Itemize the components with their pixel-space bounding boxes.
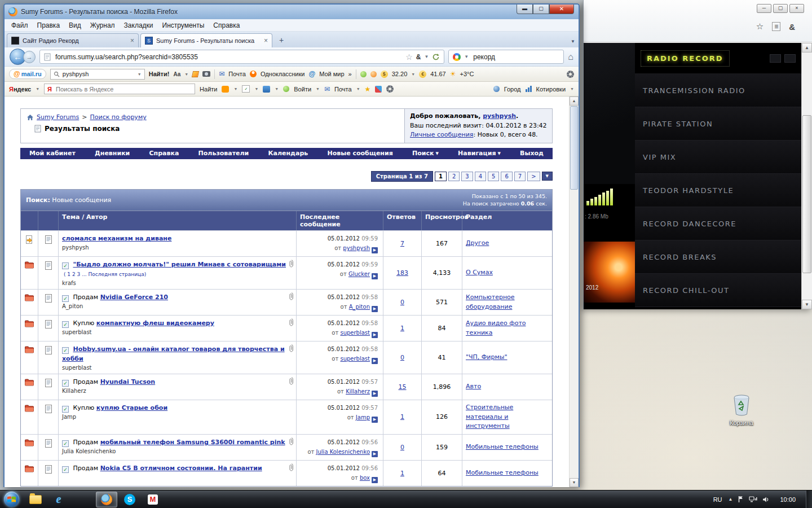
thread-pages-links[interactable]: ( 1 2 3 ... Последняя страница) bbox=[64, 271, 146, 277]
odnoklassniki-icon[interactable] bbox=[250, 71, 257, 77]
maximize-button[interactable]: ▢ bbox=[773, 4, 788, 13]
more-chevron[interactable]: » bbox=[348, 71, 352, 77]
settings-gear-icon[interactable] bbox=[386, 85, 394, 93]
quotes-link[interactable]: Котировки bbox=[536, 86, 566, 93]
close-button[interactable]: ✕ bbox=[549, 5, 574, 14]
settings-gear-icon[interactable] bbox=[567, 71, 574, 78]
odnoklassniki-link[interactable]: Одноклассники bbox=[261, 71, 305, 77]
taskbar-firefox-button[interactable] bbox=[96, 492, 117, 507]
last-poster-link[interactable]: pyshpysh bbox=[343, 245, 370, 251]
radio-station-item[interactable]: TRANCEMISSION RADIO bbox=[635, 74, 801, 107]
thread-title-link[interactable]: Nvidia GeForce 210 bbox=[100, 294, 168, 301]
menu-item[interactable]: Закладки bbox=[120, 20, 158, 30]
scrollbar-thumb[interactable] bbox=[570, 106, 578, 190]
services-grid-icon[interactable] bbox=[263, 86, 270, 93]
chat-bubble-icon[interactable] bbox=[222, 86, 229, 93]
mail-envelope-icon[interactable]: ✉ bbox=[219, 70, 224, 78]
page-number-link[interactable]: 3 bbox=[461, 172, 473, 181]
forum-nav-item[interactable]: Навигация ▼ bbox=[458, 150, 501, 157]
column-header[interactable]: Последнее сообщение bbox=[296, 211, 383, 230]
player-button-icon[interactable] bbox=[784, 54, 796, 63]
section-link[interactable]: Другое bbox=[466, 239, 489, 248]
tab-close-icon[interactable]: × bbox=[130, 37, 134, 45]
forum-nav-item[interactable]: Поиск ▼ bbox=[412, 150, 439, 157]
mailru-logo[interactable]: @mail.ru bbox=[9, 69, 46, 79]
replies-count-link[interactable]: 0 bbox=[400, 299, 404, 306]
network-icon[interactable] bbox=[749, 496, 757, 503]
taskbar-ie-button[interactable]: e bbox=[48, 492, 69, 507]
yandex-logo[interactable]: Яндекс bbox=[9, 86, 31, 93]
breadcrumb-section-link[interactable]: Поиск по форуму bbox=[90, 113, 147, 121]
column-header[interactable]: Просмотров bbox=[421, 211, 462, 230]
goto-last-post-icon[interactable]: ▶ bbox=[372, 477, 378, 483]
scroll-down-icon[interactable]: ▼ bbox=[802, 300, 812, 309]
list-tabs-icon[interactable]: ▼ bbox=[571, 39, 575, 44]
weather-temp[interactable]: +3°C bbox=[460, 71, 474, 77]
goto-last-post-icon[interactable]: ▶ bbox=[372, 247, 378, 253]
section-link[interactable]: Аудио видео фото техника bbox=[466, 319, 549, 338]
mailru-search-select[interactable]: pyshpysh ▼ bbox=[50, 69, 145, 80]
last-poster-link[interactable]: superblast bbox=[340, 356, 370, 362]
camera-icon[interactable] bbox=[202, 71, 210, 77]
volume-icon[interactable] bbox=[762, 496, 770, 503]
taskbar-miranda-button[interactable]: M bbox=[142, 492, 164, 507]
radio-record-title[interactable]: RADIO RECORD bbox=[641, 50, 730, 67]
replies-count-link[interactable]: 15 bbox=[399, 383, 407, 391]
yandex-search-box[interactable]: Я bbox=[44, 84, 195, 94]
news-icon[interactable] bbox=[370, 71, 377, 77]
menu-item[interactable]: Правка bbox=[33, 20, 65, 30]
bookmarks-star-icon[interactable]: ★ bbox=[365, 85, 371, 93]
private-messages-link[interactable]: Личные сообщения bbox=[410, 131, 473, 138]
dropdown-icon[interactable]: ▼ bbox=[254, 87, 258, 91]
dropdown-icon[interactable]: ▼ bbox=[138, 72, 142, 76]
show-desktop-button[interactable] bbox=[806, 491, 812, 508]
username-link[interactable]: pyshpysh bbox=[483, 112, 516, 120]
page-number-link[interactable]: 5 bbox=[488, 172, 499, 181]
favorites-star-icon[interactable]: ☆ bbox=[756, 21, 764, 32]
radio-station-item[interactable]: RECORD DANCECORE bbox=[635, 207, 801, 240]
section-link[interactable]: О Сумах bbox=[466, 268, 493, 278]
thread-title-link[interactable]: "Быдло должно молчать!" решил Минаев с с… bbox=[73, 261, 286, 268]
highlighter-icon[interactable] bbox=[192, 71, 199, 77]
tab-close-icon[interactable]: × bbox=[264, 37, 268, 45]
language-indicator[interactable]: RU bbox=[712, 496, 723, 503]
forum-nav-item[interactable]: Календарь ▼ bbox=[268, 150, 308, 157]
forum-nav-item[interactable]: Справка ▼ bbox=[149, 150, 179, 157]
url-bar[interactable]: ☆ & ▼ bbox=[39, 50, 444, 64]
font-size-icon[interactable]: Аа bbox=[173, 71, 180, 77]
section-link[interactable]: Компьютерное оборудование bbox=[466, 293, 549, 312]
radio-station-item[interactable]: PIRATE STATION bbox=[635, 107, 801, 141]
breadcrumb-root-link[interactable]: Sumy Forums bbox=[37, 113, 79, 121]
page-number-link[interactable]: 7 bbox=[514, 172, 526, 181]
url-input[interactable] bbox=[54, 52, 402, 62]
extension-icon[interactable]: & bbox=[416, 53, 421, 61]
page-number-link[interactable]: 4 bbox=[475, 172, 486, 181]
tab-sumy-forums[interactable]: S Sumy Forums - Результаты поиска × bbox=[140, 33, 272, 47]
last-poster-link[interactable]: Glucker bbox=[348, 271, 370, 277]
maximize-button[interactable]: ▢ bbox=[533, 5, 549, 14]
dropdown-icon[interactable]: ▼ bbox=[411, 72, 415, 76]
player-button-icon[interactable] bbox=[770, 54, 781, 63]
page-icon[interactable]: ≡ bbox=[772, 22, 780, 31]
section-link[interactable]: "ЧП, Фирмы" bbox=[466, 353, 508, 362]
column-header[interactable]: Раздел bbox=[462, 211, 552, 230]
usd-icon[interactable]: $ bbox=[381, 71, 388, 78]
hidden-icons-chevron[interactable]: ▲ bbox=[729, 497, 733, 502]
radio-station-item[interactable]: VIP MIX bbox=[635, 141, 801, 174]
next-page-link[interactable]: > bbox=[527, 172, 540, 181]
goto-last-post-icon[interactable]: ▶ bbox=[372, 273, 378, 279]
forum-nav-item[interactable]: Мой кабинет ▼ bbox=[29, 150, 76, 157]
ampersand-icon[interactable]: & bbox=[789, 22, 795, 32]
action-center-flag-icon[interactable] bbox=[738, 496, 744, 503]
home-button[interactable]: ⌂ bbox=[568, 52, 573, 62]
url-dropdown-icon[interactable]: ▼ bbox=[424, 54, 429, 59]
replies-count-link[interactable]: 183 bbox=[396, 269, 408, 277]
eur-icon[interactable]: € bbox=[419, 71, 426, 78]
goto-last-post-icon[interactable]: ▶ bbox=[372, 417, 378, 423]
goto-last-post-icon[interactable]: ▶ bbox=[372, 358, 378, 364]
scroll-up-icon[interactable]: ▲ bbox=[802, 43, 812, 52]
spellcheck-icon[interactable]: ✓ bbox=[242, 85, 250, 93]
forum-nav-item[interactable]: Дневники ▼ bbox=[95, 150, 130, 157]
radio-station-item[interactable]: RECORD BREAKS bbox=[635, 240, 801, 274]
forum-nav-item[interactable]: Пользователи ▼ bbox=[198, 150, 249, 157]
